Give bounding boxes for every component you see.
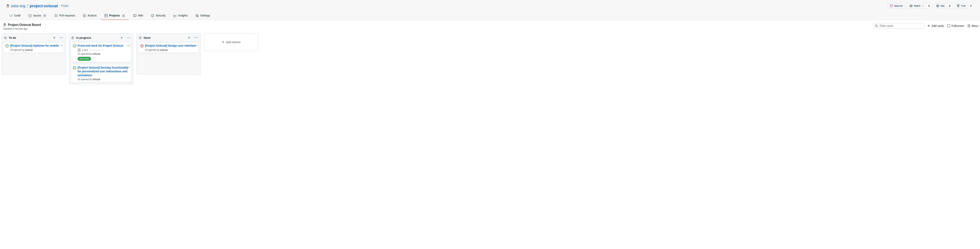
column-menu-button[interactable] [194,35,199,41]
book-icon [133,14,137,17]
lock-icon [6,4,10,8]
card[interactable]: [Project Octocat] Optimize for mobile#4 … [3,42,64,53]
add-column-label: Add column [226,41,240,44]
tab-projects[interactable]: Projects 1 [101,12,129,20]
column-header: 1Done [137,33,200,42]
column-add-button[interactable] [186,35,192,41]
kebab-icon [60,36,63,40]
column-header: 2In progress [69,33,133,42]
column-count: 1 [138,36,142,40]
fork-group: Fork 0 [954,3,974,9]
column-add-button[interactable] [51,35,57,41]
project-title: Project Octocat Board [8,23,41,27]
project-updated: Updated 2 minutes ago [3,27,41,30]
column-menu-button[interactable] [59,35,64,41]
card-menu-button[interactable] [194,43,198,48]
search-wrap [873,23,924,29]
repo-actions: Sponsor Watch 0 Star 0 [887,3,974,9]
issue-status-icon [73,44,76,48]
sponsor-button[interactable]: Sponsor [887,3,905,9]
repo-org-link[interactable]: octo-org [11,4,25,8]
card-title[interactable]: [Project Octocat] Optimize for mobile [10,44,59,48]
caret-down-icon [921,5,924,7]
tab-insights[interactable]: Insights [170,12,191,20]
column-menu-button[interactable] [126,35,132,41]
tab-settings[interactable]: Settings [192,12,213,20]
kebab-icon [195,36,198,40]
card-title[interactable]: [Project Octocat] Design user interface [145,44,196,48]
tab-issues[interactable]: Issues 3 [25,12,49,20]
card[interactable]: [Project Octocat] Develop functionality … [71,64,132,82]
column-title: Done [144,36,185,40]
repo-name-link[interactable]: project-octocat [30,4,58,8]
add-cards-label: Add cards [932,24,944,27]
watch-count[interactable]: 0 [926,3,932,9]
card-menu-button[interactable] [127,65,130,69]
card-menu-button[interactable] [59,43,63,48]
plus-icon [53,36,56,40]
tab-code[interactable]: Code [6,12,24,20]
star-icon [936,4,939,8]
issues-count: 3 [43,14,47,17]
pull-request-icon [54,14,57,17]
fork-count[interactable]: 0 [968,3,974,9]
column-add-button[interactable] [119,35,124,41]
column-title: In progress [76,36,118,40]
card-author[interactable]: octocat [92,78,100,81]
label-pill[interactable]: front-end [78,57,91,61]
watch-group: Watch 0 [907,3,932,9]
card[interactable]: [Project Octocat] Design user interface#… [138,42,199,53]
board-column: 2In progressFront-end work for Project O… [69,33,133,84]
card-title[interactable]: [Project Octocat] Develop functionality … [78,66,129,78]
tab-issues-label: Issues [33,13,41,18]
watch-button[interactable]: Watch [907,3,926,9]
play-icon [83,14,86,17]
card-meta: #2 opened by octocat [145,49,197,51]
add-cards-button[interactable]: Add cards [927,24,944,27]
tab-pulls[interactable]: Pull requests [51,12,78,20]
add-column-button[interactable]: Add column [204,33,258,51]
menu-button[interactable]: Menu [967,24,978,27]
tab-wiki-label: Wiki [138,13,143,18]
heart-icon [890,4,893,8]
column-count: 2 [71,36,75,40]
star-group: Star 0 [934,3,953,9]
star-button[interactable]: Star [934,3,947,9]
tab-wiki[interactable]: Wiki [130,12,146,20]
gear-icon [196,14,199,17]
card-meta: #1 opened by octocat [78,52,129,55]
projects-count: 1 [121,14,126,17]
tab-actions[interactable]: Actions [80,12,100,20]
card-menu-button[interactable] [127,43,130,48]
card-meta: #3 opened by octocat [78,78,129,81]
column-title: To do [9,36,50,40]
repo-header: octo-org / project-octocat Private Spons… [0,0,980,20]
fork-button[interactable]: Fork [954,3,968,9]
project-bar: Project Octocat Board Updated 2 minutes … [0,20,980,32]
kebab-icon [127,36,130,40]
plus-icon [927,24,931,27]
tasklist-icon [78,49,81,52]
fullscreen-button[interactable]: Fullscreen [947,24,964,27]
card-author[interactable]: octocat [92,52,100,55]
issue-status-icon [5,44,9,48]
tab-security-label: Security [156,13,165,18]
card-author[interactable]: octocat [160,49,167,51]
plus-icon [222,41,225,44]
tab-actions-label: Actions [88,13,97,18]
repo-title: octo-org / project-octocat Private [6,4,70,8]
sponsor-label: Sponsor [894,4,903,8]
tab-insights-label: Insights [178,13,188,18]
tab-security[interactable]: Security [148,12,169,20]
card[interactable]: Front-end work for Project Octocat1 of 4… [71,42,132,62]
search-input[interactable] [873,23,924,29]
tab-code-label: Code [14,13,21,18]
board-column: 1Done[Project Octocat] Design user inter… [137,33,201,75]
card-title[interactable]: Front-end work for Project Octocat [78,44,123,48]
star-label: Star [940,4,945,8]
star-count[interactable]: 0 [947,3,953,9]
progress-bar [89,49,103,51]
board-column: 1To do[Project Octocat] Optimize for mob… [2,33,66,75]
card-author[interactable]: octocat [25,49,33,51]
fullscreen-label: Fullscreen [951,24,964,27]
